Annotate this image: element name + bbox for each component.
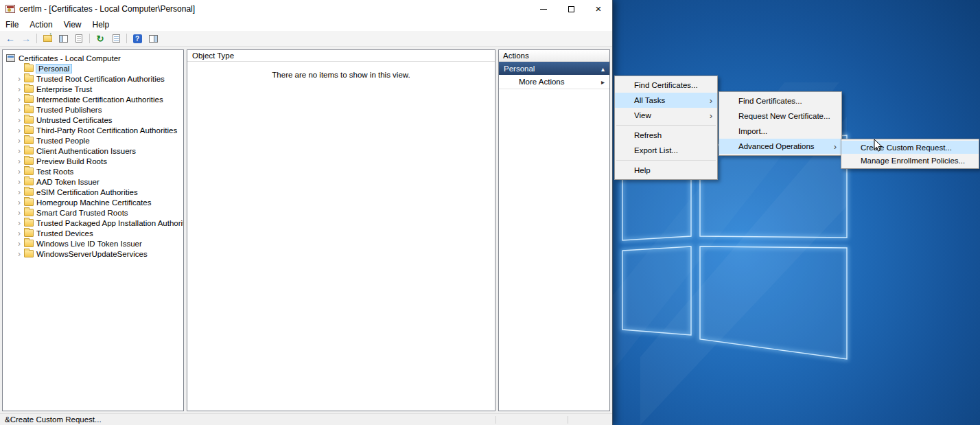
- actions-section-personal[interactable]: Personal: [499, 62, 609, 75]
- tree-item[interactable]: eSIM Certification Authorities: [3, 187, 183, 197]
- tree-item[interactable]: Third-Party Root Certification Authoriti…: [3, 125, 183, 135]
- chevron-right-icon[interactable]: [16, 168, 23, 175]
- menu-item-advanced-operations[interactable]: Advanced Operations: [719, 139, 841, 154]
- tree-item-label: Trusted Publishers: [36, 106, 102, 114]
- column-header-label: Object Type: [192, 51, 234, 60]
- tree-item[interactable]: Enterprise Trust: [3, 84, 183, 94]
- chevron-right-icon[interactable]: [16, 117, 23, 124]
- tree-item-label: Trusted Devices: [36, 229, 93, 238]
- menu-item-find-certificates[interactable]: Find Certificates...: [719, 93, 841, 108]
- chevron-right-icon[interactable]: [16, 137, 23, 144]
- chevron-right-icon[interactable]: [16, 240, 23, 247]
- up-one-level-button[interactable]: [40, 32, 54, 45]
- list-pane[interactable]: Object Type There are no items to show i…: [187, 49, 495, 411]
- tree-item[interactable]: Client Authentication Issuers: [3, 146, 183, 156]
- tree-item[interactable]: Trusted Devices: [3, 228, 183, 238]
- back-button[interactable]: [3, 32, 17, 45]
- tree-item[interactable]: WindowsServerUpdateServices: [3, 249, 183, 259]
- tree-item-label: AAD Token Issuer: [36, 178, 100, 186]
- more-actions-item[interactable]: More Actions: [499, 75, 609, 89]
- submenu-arrow-icon: [601, 78, 605, 86]
- menu-item-export-list[interactable]: Export List...: [615, 143, 717, 158]
- chevron-right-icon[interactable]: [16, 251, 23, 257]
- tree-item-personal[interactable]: Personal: [3, 63, 183, 73]
- chevron-right-icon[interactable]: [16, 220, 23, 227]
- properties-icon: [75, 34, 82, 43]
- chevron-right-icon[interactable]: [16, 86, 23, 93]
- screen: certlm - [Certificates - Local Computer\…: [0, 0, 980, 425]
- menu-item-refresh[interactable]: Refresh: [615, 128, 717, 143]
- tree-item[interactable]: Intermediate Certification Authorities: [3, 94, 183, 104]
- title-bar[interactable]: certlm - [Certificates - Local Computer\…: [0, 0, 612, 18]
- status-bar-separator: [495, 416, 496, 424]
- tree-item[interactable]: Trusted People: [3, 135, 183, 146]
- chevron-right-icon[interactable]: [16, 76, 23, 82]
- chevron-right-icon[interactable]: [16, 148, 23, 154]
- menu-item-manage-enrollment-policies[interactable]: Manage Enrollment Policies...: [841, 154, 979, 167]
- refresh-button[interactable]: [93, 32, 107, 45]
- menu-item-view[interactable]: View: [615, 108, 717, 123]
- chevron-right-icon[interactable]: [16, 209, 23, 216]
- tree-item[interactable]: Test Roots: [3, 166, 183, 176]
- forward-button[interactable]: [19, 32, 33, 45]
- menu-file[interactable]: File: [0, 20, 24, 30]
- folder-icon: [24, 126, 34, 134]
- menu-view[interactable]: View: [58, 20, 87, 30]
- tree-item[interactable]: Trusted Root Certification Authorities: [3, 73, 183, 84]
- back-icon: [5, 32, 15, 45]
- tree-item[interactable]: Homegroup Machine Certificates: [3, 197, 183, 207]
- column-header-object-type[interactable]: Object Type: [187, 50, 495, 62]
- menu-item-create-custom-request[interactable]: Create Custom Request...: [841, 141, 979, 154]
- console-tree-pane[interactable]: Certificates - Local Computer Personal T…: [2, 49, 184, 411]
- maximize-button[interactable]: [557, 0, 585, 18]
- minimize-button[interactable]: [530, 0, 557, 18]
- chevron-right-icon[interactable]: [16, 189, 23, 196]
- show-hide-action-pane-button[interactable]: [146, 32, 160, 45]
- tree-root-certificates[interactable]: Certificates - Local Computer: [3, 53, 183, 63]
- tree-item-list: Trusted Root Certification Authorities E…: [3, 73, 183, 259]
- tree-item-label: eSIM Certification Authorities: [36, 188, 138, 196]
- collapse-chevron-icon[interactable]: [601, 65, 605, 73]
- more-actions-label: More Actions: [519, 78, 564, 86]
- chevron-right-icon[interactable]: [16, 230, 23, 237]
- properties-button[interactable]: [72, 32, 86, 45]
- tree-item[interactable]: Smart Card Trusted Roots: [3, 207, 183, 218]
- chevron-right-icon[interactable]: [16, 199, 23, 206]
- tree-item[interactable]: Trusted Publishers: [3, 104, 183, 115]
- actions-pane-title: Actions: [499, 50, 609, 62]
- chevron-right-icon[interactable]: [16, 179, 23, 185]
- chevron-right-icon[interactable]: [16, 158, 23, 165]
- export-list-button[interactable]: [109, 32, 123, 45]
- tree-item[interactable]: Preview Build Roots: [3, 156, 183, 166]
- folder-icon: [24, 147, 34, 154]
- window-title: certlm - [Certificates - Local Computer\…: [19, 4, 195, 14]
- tree-item-label: Trusted Root Certification Authorities: [36, 75, 165, 83]
- chevron-right-icon[interactable]: [16, 106, 23, 113]
- menu-item-all-tasks[interactable]: All Tasks: [615, 93, 717, 108]
- menu-item-request-new-certificate[interactable]: Request New Certificate...: [719, 108, 841, 124]
- tree-item-label: Client Authentication Issuers: [36, 147, 136, 155]
- chevron-right-icon[interactable]: [16, 127, 23, 134]
- console-tree-icon: [59, 35, 68, 43]
- more-actions-context-menu: Find Certificates... All Tasks View Refr…: [614, 76, 718, 180]
- chevron-right-icon[interactable]: [16, 96, 23, 103]
- folder-icon: [24, 75, 34, 82]
- close-button[interactable]: [585, 0, 612, 18]
- folder-icon: [24, 198, 34, 206]
- help-button[interactable]: [130, 32, 144, 45]
- menu-action[interactable]: Action: [24, 20, 58, 30]
- menu-help[interactable]: Help: [87, 20, 115, 30]
- tree-item[interactable]: AAD Token Issuer: [3, 176, 183, 187]
- certlm-window: certlm - [Certificates - Local Computer\…: [0, 0, 613, 425]
- folder-icon: [24, 157, 34, 165]
- desktop[interactable]: [613, 0, 980, 425]
- menu-item-import[interactable]: Import...: [719, 124, 841, 139]
- menu-item-help[interactable]: Help: [615, 163, 717, 178]
- menu-item-find-certificates[interactable]: Find Certificates...: [615, 78, 717, 93]
- tree-item[interactable]: Windows Live ID Token Issuer: [3, 238, 183, 249]
- tree-item[interactable]: Trusted Packaged App Installation Author…: [3, 218, 183, 228]
- actions-section-label: Personal: [504, 65, 535, 73]
- tree-item[interactable]: Untrusted Certificates: [3, 115, 183, 125]
- show-hide-console-tree-button[interactable]: [56, 32, 70, 45]
- all-tasks-submenu: Find Certificates... Request New Certifi…: [719, 91, 842, 156]
